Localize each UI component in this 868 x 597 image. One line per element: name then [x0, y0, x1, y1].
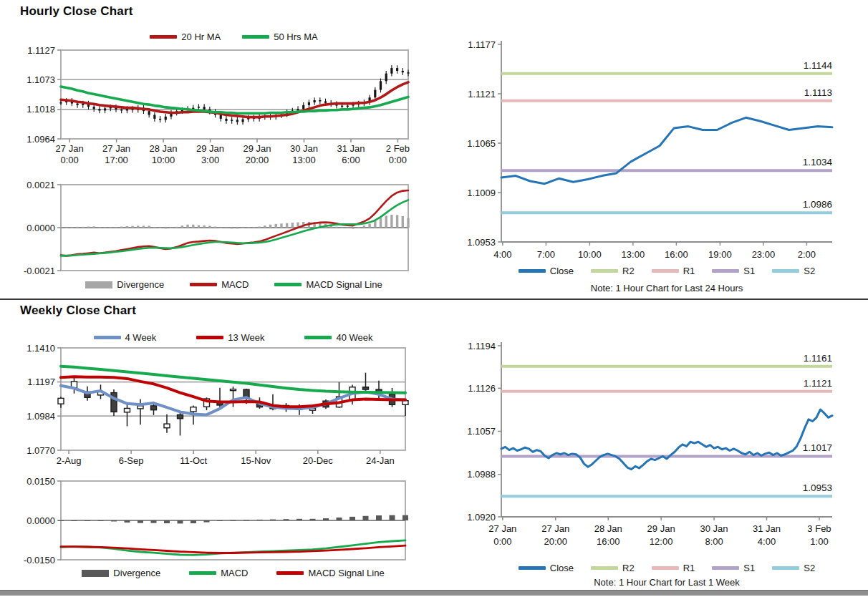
legend-label: MACD	[221, 568, 248, 578]
legend-label: 50 Hrs MA	[274, 31, 317, 42]
legend-label: 13 Week	[228, 332, 264, 343]
y-tick-label: 1.1121	[468, 89, 496, 100]
hourly_macd-legend: DivergenceMACDMACD Signal Line	[61, 279, 407, 290]
weekly_sr-plot: 1.11941.11261.10571.09881.09201.11611.11…	[434, 298, 868, 597]
legend-item-divergence: Divergence	[85, 279, 164, 290]
legend-label: 40 Week	[336, 332, 372, 343]
weekly_price-plot: 1.14101.11971.09841.07702-Aug6-Sep11-Oct…	[0, 324, 434, 467]
r2-swatch-icon	[591, 566, 618, 570]
x-tick-label: 11-Oct	[180, 455, 207, 466]
series-macd	[61, 190, 408, 256]
y-tick-label: 1.1009	[467, 188, 496, 198]
r1-swatch-icon	[652, 566, 679, 570]
x-tick-label: 2-Aug	[57, 455, 82, 466]
x-tick-label: 4:00	[493, 249, 511, 260]
legend-item-close: Close	[519, 563, 574, 573]
x-tick-label: 1:00	[810, 536, 828, 547]
level-label-s2: 1.0953	[803, 482, 832, 493]
close-swatch-icon	[519, 566, 546, 570]
x-tick-label: 29 Jan	[196, 143, 224, 154]
divergence-bars	[58, 515, 408, 524]
legend-item-close: Close	[519, 266, 574, 276]
hourly-section-title: Hourly Close Chart	[20, 4, 133, 19]
r2-swatch-icon	[591, 269, 618, 273]
x-tick-label: 2:00	[798, 249, 816, 260]
legend-item-macd: MACD	[190, 279, 249, 290]
legend-item-r2: R2	[591, 563, 635, 573]
y-tick-label: 1.1194	[468, 341, 496, 351]
level-label-r1: 1.1121	[804, 378, 832, 389]
y-tick-label: 1.0953	[467, 237, 496, 248]
hourly_sr-legend: CloseR2R1S1S2	[501, 266, 832, 276]
divergence-swatch-icon	[85, 281, 112, 288]
plot-border	[61, 50, 408, 139]
x-tick-label: 30 Jan	[290, 143, 318, 154]
macd-signal-line-swatch-icon	[274, 283, 302, 286]
hourly-macd-chart: 0.00210.0000-0.0021	[0, 175, 434, 275]
x-tick-label: 0:00	[60, 155, 78, 165]
weekly-support-resistance-chart: 1.11941.11261.10571.09881.09201.11611.11…	[434, 298, 868, 597]
bottom-border	[0, 590, 868, 596]
r1-swatch-icon	[652, 269, 679, 273]
y-tick-label: 1.0988	[467, 469, 496, 480]
legend-label: 20 Hr MA	[181, 31, 221, 42]
legend-label: S2	[804, 266, 815, 276]
x-tick-label: 20:00	[544, 536, 567, 547]
macd-signal-line-swatch-icon	[276, 571, 304, 575]
macd-swatch-icon	[189, 571, 216, 575]
weekly-sr-note: Note: 1 Hour Chart for Last 1 Week	[501, 577, 832, 588]
legend-item-s1: S1	[712, 563, 755, 573]
s2-swatch-icon	[772, 269, 799, 273]
legend-item-50-hrs-ma: 50 Hrs MA	[242, 31, 317, 42]
weekly-price-chart: 1.14101.11971.09841.07702-Aug6-Sep11-Oct…	[0, 324, 434, 467]
x-tick-label: 8:00	[705, 536, 723, 547]
13-week-swatch-icon	[196, 336, 223, 339]
x-tick-label: 24-Jan	[366, 455, 395, 466]
legend-label: R1	[683, 266, 695, 276]
y-tick-label: 0.0000	[26, 515, 55, 526]
x-tick-label: 15-Nov	[241, 455, 271, 466]
x-tick-label: 16:00	[597, 536, 620, 547]
legend-label: Close	[550, 266, 574, 276]
50-hrs-ma-swatch-icon	[242, 35, 269, 39]
y-tick-label: -0.0150	[24, 555, 55, 566]
legend-label: R2	[622, 266, 635, 276]
x-tick-label: 28 Jan	[594, 523, 622, 534]
x-tick-label: 16:00	[665, 249, 688, 260]
weekly_sr-legend: CloseR2R1S1S2	[501, 563, 832, 573]
section-divider	[0, 298, 868, 300]
legend-label: Divergence	[117, 279, 164, 290]
hourly-sr-note: Note: 1 Hour Chart for Last 24 Hours	[501, 283, 832, 293]
weekly_macd-plot: 0.01500.0000-0.0150	[0, 472, 434, 567]
series-close	[501, 409, 832, 470]
legend-label: S1	[743, 266, 755, 276]
x-tick-label: 20:00	[246, 155, 269, 165]
legend-label: MACD	[221, 279, 249, 290]
y-tick-label: 1.0920	[467, 512, 496, 523]
x-tick-label: 28 Jan	[150, 143, 178, 154]
x-tick-label: 29 Jan	[647, 523, 675, 534]
legend-item-13-week: 13 Week	[196, 332, 264, 343]
20-hr-ma-swatch-icon	[150, 35, 177, 39]
x-tick-label: 0:00	[493, 536, 511, 547]
hourly-price-chart: 1.11271.10731.10181.096427 Jan0:0027 Jan…	[0, 26, 434, 172]
x-tick-label: 27 Jan	[56, 143, 84, 154]
weekly-macd-chart: 0.01500.0000-0.0150	[0, 472, 434, 567]
s1-swatch-icon	[712, 566, 739, 570]
y-tick-label: 1.0770	[26, 445, 55, 456]
y-tick-label: 1.1073	[26, 74, 55, 85]
macd-swatch-icon	[190, 283, 217, 286]
x-tick-label: 7:00	[537, 249, 555, 260]
y-tick-label: 1.1410	[26, 343, 55, 354]
series-close	[501, 117, 832, 183]
y-tick-label: 0.0150	[26, 476, 55, 487]
x-tick-label: 20-Dec	[303, 455, 333, 466]
y-tick-label: 0.0000	[26, 223, 55, 233]
x-tick-label: 31 Jan	[337, 143, 365, 154]
legend-item-40-week: 40 Week	[304, 332, 372, 343]
legend-item-s2: S2	[772, 563, 815, 573]
x-tick-label: 10:00	[152, 155, 175, 165]
x-tick-label: 29 Jan	[243, 143, 271, 154]
y-tick-label: 1.1177	[468, 39, 496, 50]
x-tick-label: 12:00	[650, 536, 673, 547]
